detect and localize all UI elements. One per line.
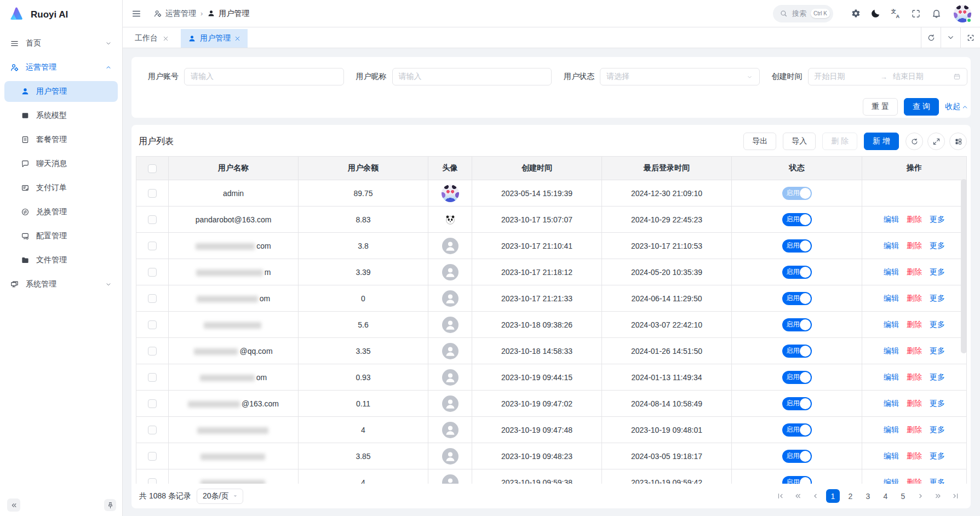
page-size-select[interactable]: 20条/页 [197,489,243,504]
delete-link[interactable]: 删除 [907,346,922,355]
more-link[interactable]: 更多 [930,451,945,460]
more-link[interactable]: 更多 [930,241,945,250]
row-checkbox[interactable] [148,242,157,250]
dark-mode-moon-icon[interactable] [866,4,885,23]
table-scrollbar[interactable] [961,179,967,484]
sidebar-item-home[interactable]: 首页 [4,33,118,54]
column-header[interactable]: 操作 [862,157,967,180]
status-toggle[interactable]: 启用 [782,450,812,463]
sidebar-item-users[interactable]: 用户管理 [4,81,118,102]
status-toggle[interactable]: 启用 [782,397,812,410]
pagination-forward5[interactable] [931,489,945,503]
fullscreen-icon[interactable] [907,4,925,23]
filter-account-control[interactable]: 请输入 [184,68,344,85]
status-toggle[interactable]: 启用 [782,318,812,331]
collapse-link[interactable]: 收起 [945,102,968,112]
table-columns-icon[interactable] [949,133,967,150]
sidebar-collapse-button[interactable] [7,498,20,512]
tab-menu-chevron-icon[interactable] [941,27,960,48]
more-link[interactable]: 更多 [930,320,945,329]
import-button[interactable]: 导入 [783,133,816,150]
row-checkbox[interactable] [148,268,157,277]
sidebar-item-plans[interactable]: 套餐管理 [4,129,118,150]
delete-link[interactable]: 删除 [907,241,922,250]
delete-link[interactable]: 删除 [907,372,922,381]
more-link[interactable]: 更多 [930,399,945,408]
edit-link[interactable]: 编辑 [884,241,899,250]
status-toggle[interactable]: 启用 [782,476,812,484]
search-button[interactable]: 查 询 [904,98,939,116]
column-header[interactable]: 头像 [428,157,472,180]
delete-button[interactable]: 删 除 [822,133,857,150]
pagination-page-1[interactable]: 1 [826,489,840,503]
column-header[interactable]: 创建时间 [472,157,602,180]
edit-link[interactable]: 编辑 [884,320,899,329]
column-header[interactable]: 状态 [732,157,862,180]
pagination-page-4[interactable]: 4 [879,489,892,503]
row-checkbox[interactable] [148,294,157,303]
edit-link[interactable]: 编辑 [884,399,899,408]
edit-link[interactable]: 编辑 [884,451,899,460]
delete-link[interactable]: 删除 [907,478,922,484]
add-button[interactable]: 新 增 [864,133,899,150]
status-toggle[interactable]: 启用 [782,345,812,358]
sidebar-item-orders[interactable]: 支付订单 [4,177,118,198]
table-scrollbar-thumb[interactable] [961,179,967,353]
breadcrumb-ops[interactable]: 运营管理 [153,9,196,19]
row-checkbox[interactable] [148,478,157,484]
more-link[interactable]: 更多 [930,478,945,484]
column-header[interactable]: 用户余额 [299,157,428,180]
reset-button[interactable]: 重 置 [863,98,898,116]
tab-workbench[interactable]: 工作台 [123,29,181,48]
filter-status-control[interactable]: 请选择 [600,68,760,85]
sidebar-item-chat[interactable]: 聊天消息 [4,153,118,174]
delete-link[interactable]: 删除 [907,451,922,460]
status-toggle[interactable]: 启用 [782,292,812,305]
row-checkbox[interactable] [148,215,157,224]
column-header[interactable]: 用户名称 [169,157,299,180]
tab-workbench-close-icon[interactable] [163,36,169,42]
pagination-next[interactable] [914,489,927,503]
row-checkbox[interactable] [148,189,157,198]
user-avatar[interactable] [954,5,971,22]
sidebar-item-redeem[interactable]: 兑换管理 [4,202,118,222]
sidebar-item-config[interactable]: 配置管理 [4,226,118,246]
pagination-prev[interactable] [809,489,822,503]
breadcrumb-users[interactable]: 用户管理 [207,9,249,19]
edit-link[interactable]: 编辑 [884,425,899,434]
hamburger-icon[interactable] [131,9,141,19]
pagination-page-3[interactable]: 3 [861,489,875,503]
status-toggle[interactable]: 启用 [782,213,812,226]
more-link[interactable]: 更多 [930,346,945,355]
sidebar-item-operations[interactable]: 运营管理 [4,57,118,78]
row-checkbox[interactable] [148,373,157,382]
translate-icon[interactable]: 文A [886,4,905,23]
status-toggle[interactable]: 启用 [782,266,812,279]
filter-nickname-control[interactable]: 请输入 [392,68,552,85]
tab-refresh-icon[interactable] [921,27,941,48]
export-button[interactable]: 导出 [743,133,776,150]
more-link[interactable]: 更多 [930,267,945,276]
delete-link[interactable]: 删除 [907,425,922,434]
edit-link[interactable]: 编辑 [884,294,899,302]
more-link[interactable]: 更多 [930,215,945,223]
settings-gear-icon[interactable] [846,4,864,23]
row-checkbox[interactable] [148,320,157,329]
delete-link[interactable]: 删除 [907,215,922,223]
delete-link[interactable]: 删除 [907,294,922,302]
row-checkbox[interactable] [148,347,157,356]
table-fullscreen-icon[interactable] [927,133,945,150]
delete-link[interactable]: 删除 [907,399,922,408]
edit-link[interactable]: 编辑 [884,478,899,484]
pagination-page-5[interactable]: 5 [896,489,910,503]
tab-users[interactable]: 用户管理 [181,29,248,48]
row-checkbox[interactable] [148,426,157,434]
edit-link[interactable]: 编辑 [884,372,899,381]
edit-link[interactable]: 编辑 [884,267,899,276]
more-link[interactable]: 更多 [930,425,945,434]
sidebar-item-files[interactable]: 文件管理 [4,250,118,271]
filter-created-control[interactable]: 开始日期→结束日期 [808,68,968,85]
select-all-checkbox[interactable] [148,164,157,173]
tab-maximize-icon[interactable] [960,27,980,48]
status-toggle[interactable]: 启用 [782,239,812,253]
